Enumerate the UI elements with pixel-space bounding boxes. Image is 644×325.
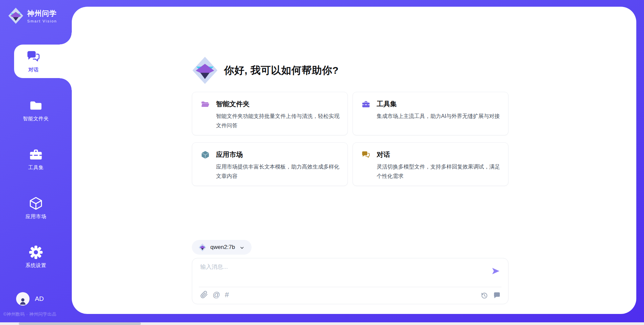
send-button[interactable]	[491, 267, 500, 275]
sidebar: 神州问学 Smart Vision 对话 智能文件夹	[0, 0, 72, 325]
chat-icon	[362, 150, 370, 159]
feedback-bubble-icon	[493, 291, 501, 299]
sidebar-item-label: 智能文件夹	[23, 116, 49, 122]
chevron-down-icon	[239, 244, 245, 251]
card-title: 应用市场	[216, 150, 243, 159]
brand-diamond-icon	[199, 243, 206, 252]
card-description: 灵活切换多模型文件，支持多样回复效果调试，满足个性化需求	[377, 162, 501, 181]
gear-icon	[29, 245, 43, 259]
card-description: 智能文件夹功能支持批量文件上传与清洗，轻松实现文件问答	[216, 112, 341, 130]
model-name: qwen2:7b	[210, 244, 235, 251]
sidebar-item-chat[interactable]: 对话	[14, 45, 72, 78]
card-description: 应用市场提供丰富长文本模板，助力高效生成多样化文章内容	[216, 162, 341, 181]
cube-grid-icon	[201, 150, 210, 159]
composer-tools: @ #	[200, 291, 229, 299]
mention-icon: @	[213, 291, 220, 299]
attach-button[interactable]	[200, 291, 208, 299]
sidebar-item-label: 对话	[29, 67, 39, 73]
paperclip-icon	[200, 291, 208, 299]
sidebar-item-smart-folder[interactable]: 智能文件夹	[0, 93, 72, 127]
brand-subtitle: Smart Vision	[27, 19, 57, 23]
topic-button[interactable]: #	[225, 291, 229, 299]
history-icon	[480, 291, 488, 299]
composer-divider	[199, 287, 501, 287]
feedback-button[interactable]	[493, 291, 501, 299]
brand-name: 神州问学	[27, 9, 57, 18]
card-title: 对话	[377, 150, 390, 159]
brand-diamond-icon	[8, 7, 23, 24]
card-title: 工具集	[377, 100, 397, 109]
open-folder-icon	[201, 100, 210, 109]
sidebar-item-settings[interactable]: 系统设置	[0, 240, 72, 274]
card-title: 智能文件夹	[216, 100, 250, 109]
sidebar-item-label: 应用市场	[25, 213, 46, 220]
sidebar-nav: 对话 智能文件夹	[0, 45, 72, 274]
send-icon	[491, 267, 500, 275]
cube-icon	[29, 196, 43, 210]
hash-icon: #	[225, 291, 229, 299]
chat-icon	[26, 50, 41, 64]
message-input[interactable]	[200, 263, 479, 284]
user-avatar-icon	[16, 292, 30, 306]
user-name: AD	[35, 295, 44, 303]
model-selector[interactable]: qwen2:7b	[192, 240, 252, 255]
brand-diamond-icon	[192, 56, 218, 84]
user-profile[interactable]: AD	[16, 292, 44, 306]
history-button[interactable]	[480, 291, 488, 299]
scrollbar-thumb[interactable]	[19, 322, 141, 325]
card-description: 集成市场上主流工具，助力AI与外界无缝扩展与对接	[377, 112, 501, 121]
folder-icon	[29, 99, 43, 113]
sidebar-item-label: 系统设置	[25, 262, 46, 269]
sidebar-item-label: 工具集	[28, 165, 44, 171]
message-composer: @ #	[192, 258, 508, 304]
app: { "brand": { "name": "神州问学", "subtitle":…	[0, 0, 644, 325]
toolbox-icon	[29, 147, 43, 161]
sidebar-item-app-market[interactable]: 应用市场	[0, 191, 72, 225]
welcome-block: 你好, 我可以如何帮助你?	[192, 56, 339, 84]
composer-actions	[480, 291, 501, 299]
feature-cards: 智能文件夹 智能文件夹功能支持批量文件上传与清洗，轻松实现文件问答	[192, 92, 508, 186]
copyright-footer: ©神州数码 · 神州问学出品	[3, 311, 56, 317]
horizontal-scrollbar[interactable]	[0, 322, 644, 325]
greeting-title: 你好, 我可以如何帮助你?	[224, 64, 339, 77]
toolbox-icon	[362, 100, 370, 109]
card-smart-folder[interactable]: 智能文件夹 智能文件夹功能支持批量文件上传与清洗，轻松实现文件问答	[192, 92, 348, 135]
card-chat[interactable]: 对话 灵活切换多模型文件，支持多样回复效果调试，满足个性化需求	[353, 142, 508, 186]
brand-logo: 神州问学 Smart Vision	[8, 7, 57, 24]
mention-button[interactable]: @	[213, 291, 220, 299]
sidebar-item-toolset[interactable]: 工具集	[0, 142, 72, 176]
main-panel: 你好, 我可以如何帮助你? 智能文件夹 智能文件夹功能支持批量文件上传与清洗，轻…	[72, 7, 636, 314]
card-toolset[interactable]: 工具集 集成市场上主流工具，助力AI与外界无缝扩展与对接	[353, 92, 508, 135]
card-app-market[interactable]: 应用市场 应用市场提供丰富长文本模板，助力高效生成多样化文章内容	[192, 142, 348, 186]
